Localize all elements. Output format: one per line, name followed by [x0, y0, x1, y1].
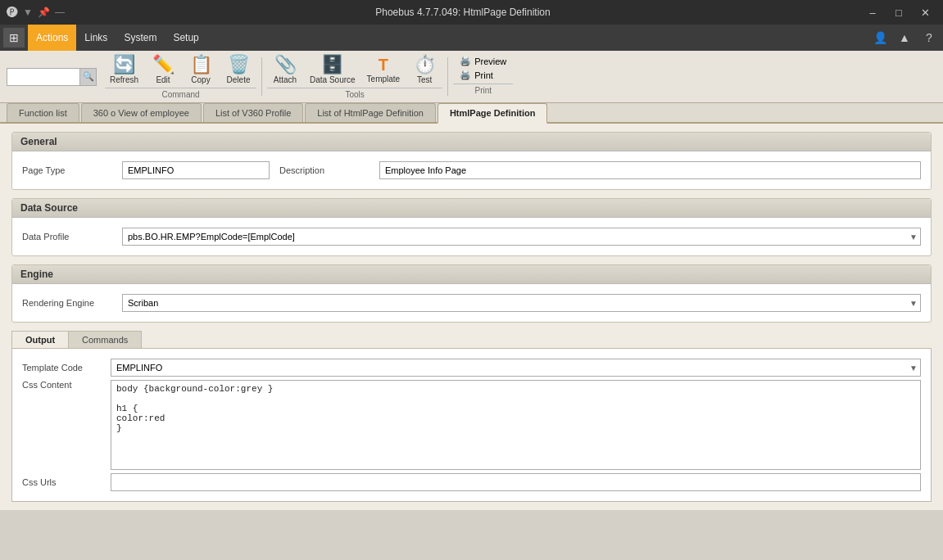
inner-tab-output[interactable]: Output: [12, 332, 69, 348]
help-icon-button[interactable]: ?: [918, 27, 940, 48]
inner-tab-commands[interactable]: Commands: [69, 332, 141, 348]
data-profile-select-wrap: pbs.BO.HR.EMP?EmplCode=[EmplCode] ▼: [122, 228, 921, 246]
preview-icon: 🖨️: [460, 56, 471, 66]
css-urls-input[interactable]: [111, 473, 921, 491]
template-code-select-wrap: EMPLINFO ▼: [111, 359, 921, 377]
menu-bar: ⊞ Actions Links System Setup 👤 ▲ ?: [0, 25, 943, 51]
title-bar-pin-icon: 📌: [38, 7, 50, 18]
css-urls-label: Css Urls: [22, 477, 104, 487]
attach-label: Attach: [274, 75, 297, 84]
edit-button[interactable]: ✏️ Edit: [145, 54, 181, 86]
edit-label: Edit: [156, 75, 170, 84]
toolbar-separator-1: [261, 57, 262, 96]
css-content-row: Css Content body {background-color:grey …: [22, 380, 921, 470]
title-bar-min-icon: —: [55, 7, 65, 18]
refresh-label: Refresh: [110, 75, 138, 84]
grid-menu-button[interactable]: ⊞: [3, 28, 25, 47]
minimize-button[interactable]: –: [861, 3, 884, 21]
restore-button[interactable]: □: [887, 3, 910, 21]
datasource-label: Data Source: [310, 75, 356, 84]
menu-bar-right: 👤 ▲ ?: [869, 27, 940, 48]
print-button[interactable]: 🖨️ Print: [453, 68, 500, 82]
print-icon: 🖨️: [460, 70, 471, 80]
page-type-input[interactable]: [122, 161, 270, 179]
refresh-button[interactable]: 🔄 Refresh: [105, 54, 143, 86]
css-urls-row: Css Urls: [22, 473, 921, 491]
datasource-section-header: Data Source: [12, 199, 931, 218]
copy-icon: 📋: [190, 56, 212, 74]
toolbar-tools-group: 📎 Attach 🗄️ Data Source T Template ⏱️ Te…: [267, 54, 442, 99]
data-profile-select[interactable]: pbs.BO.HR.EMP?EmplCode=[EmplCode]: [122, 228, 921, 246]
attach-icon: 📎: [274, 56, 297, 74]
menu-system[interactable]: System: [116, 25, 165, 51]
page-type-row: Page Type Description: [22, 161, 921, 179]
app-logo-icon: 🅟: [7, 6, 18, 19]
rendering-engine-label: Rendering Engine: [22, 298, 112, 308]
css-content-textarea[interactable]: body {background-color:grey } h1 { color…: [111, 380, 921, 470]
title-bar-left: 🅟 ▼ 📌 —: [7, 6, 65, 19]
engine-section: Engine Rendering Engine Scriban Razor Ha…: [11, 264, 932, 323]
data-profile-label: Data Profile: [22, 232, 112, 242]
tab-360-view[interactable]: 360 o View of employee: [81, 103, 202, 122]
datasource-section: Data Source Data Profile pbs.BO.HR.EMP?E…: [11, 198, 932, 256]
user-icon-button[interactable]: 👤: [869, 27, 891, 48]
title-bar: 🅟 ▼ 📌 — Phoebus 4.7.7.049: HtmlPage Defi…: [0, 0, 943, 25]
main-content: General Page Type Description Data Sourc…: [0, 124, 943, 510]
test-icon: ⏱️: [414, 56, 436, 74]
edit-icon: ✏️: [152, 56, 175, 74]
copy-label: Copy: [191, 75, 210, 84]
tabs-nav: Function list 360 o View of employee Lis…: [0, 103, 943, 124]
toolbar: 🔍 🔄 Refresh ✏️ Edit 📋 Copy 🗑️ Delete Com…: [0, 51, 943, 103]
tab-htmlpage-definition[interactable]: HtmlPage Definition: [437, 103, 548, 124]
preview-label: Preview: [474, 56, 506, 66]
description-input[interactable]: [379, 161, 921, 179]
engine-section-body: Rendering Engine Scriban Razor Handlebar…: [12, 284, 931, 322]
rendering-engine-row: Rendering Engine Scriban Razor Handlebar…: [22, 294, 921, 312]
delete-button[interactable]: 🗑️ Delete: [220, 54, 256, 86]
attach-button[interactable]: 📎 Attach: [267, 54, 303, 86]
print-group-label: Print: [453, 84, 513, 95]
template-code-select[interactable]: EMPLINFO: [111, 359, 921, 377]
chevron-up-icon-button[interactable]: ▲: [894, 27, 915, 48]
datasource-icon: 🗄️: [321, 56, 343, 74]
search-input[interactable]: [7, 68, 80, 86]
tab-v360-profile[interactable]: List of V360 Profile: [203, 103, 303, 122]
copy-button[interactable]: 📋 Copy: [183, 54, 219, 86]
inner-tabs-nav: Output Commands: [11, 331, 142, 348]
tab-htmlpage-list[interactable]: List of HtmlPage Definition: [305, 103, 436, 122]
template-code-row: Template Code EMPLINFO ▼: [22, 359, 921, 377]
general-section: General Page Type Description: [11, 132, 932, 190]
title-bar-menu-icon: ▼: [23, 7, 33, 18]
preview-button[interactable]: 🖨️ Preview: [453, 54, 513, 68]
toolbar-search: 🔍: [7, 54, 97, 99]
data-profile-row: Data Profile pbs.BO.HR.EMP?EmplCode=[Emp…: [22, 228, 921, 246]
menu-links[interactable]: Links: [76, 25, 116, 51]
template-code-label: Template Code: [22, 363, 104, 373]
template-button[interactable]: T Template: [362, 55, 406, 85]
general-section-body: Page Type Description: [12, 151, 931, 189]
page-type-label: Page Type: [22, 165, 112, 175]
inner-content: Template Code EMPLINFO ▼ Css Content bod…: [11, 348, 932, 502]
general-section-header: General: [12, 133, 931, 151]
template-label: Template: [367, 75, 401, 84]
description-label: Description: [279, 165, 369, 175]
print-label: Print: [474, 70, 493, 80]
refresh-icon: 🔄: [113, 56, 135, 74]
toolbar-separator-2: [447, 57, 448, 96]
test-button[interactable]: ⏱️ Test: [406, 54, 442, 86]
rendering-engine-select-wrap: Scriban Razor Handlebars ▼: [122, 294, 921, 312]
delete-label: Delete: [227, 75, 251, 84]
rendering-engine-select[interactable]: Scriban Razor Handlebars: [122, 294, 921, 312]
datasource-button[interactable]: 🗄️ Data Source: [305, 54, 360, 86]
tools-group-label: Tools: [267, 88, 442, 99]
menu-actions[interactable]: Actions: [28, 25, 76, 51]
search-button[interactable]: 🔍: [80, 68, 97, 86]
test-label: Test: [417, 75, 432, 84]
command-group-label: Command: [105, 88, 256, 99]
close-button[interactable]: ✕: [914, 3, 936, 21]
css-content-label: Css Content: [22, 380, 104, 390]
menu-setup[interactable]: Setup: [165, 25, 206, 51]
toolbar-tools-items: 📎 Attach 🗄️ Data Source T Template ⏱️ Te…: [267, 54, 442, 86]
title-bar-controls: – □ ✕: [861, 3, 936, 21]
tab-function-list[interactable]: Function list: [7, 103, 79, 122]
